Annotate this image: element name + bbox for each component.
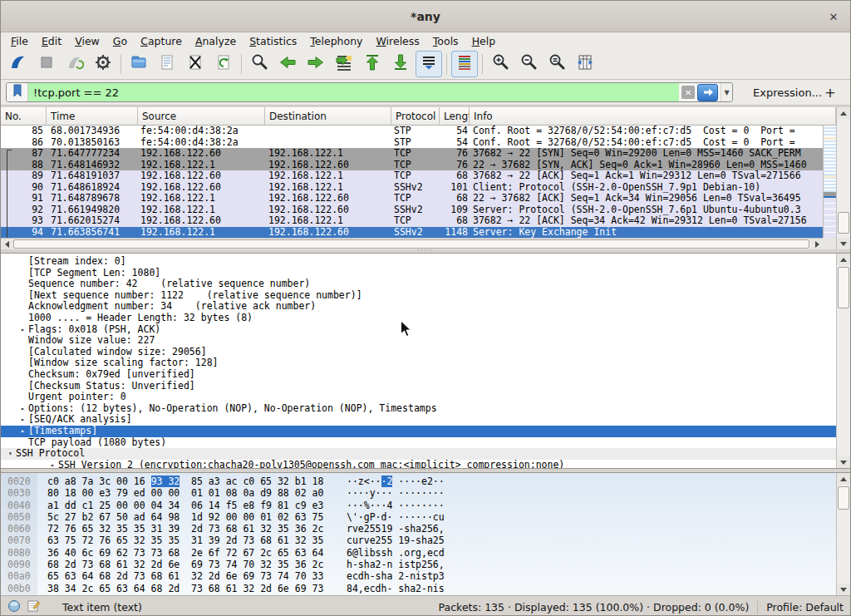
hex-row[interactable]: 003080 18 00 e3 79 ed 00 00 01 01 08 0a …: [1, 487, 836, 499]
hex-row[interactable]: 00b038 34 2c 65 63 64 68 2d 73 68 61 32 …: [1, 583, 836, 594]
capture-options-button[interactable]: [90, 51, 116, 77]
detail-row-flags[interactable]: ▸Flags: 0x018 (PSH, ACK): [1, 324, 836, 336]
find-packet-button[interactable]: [246, 51, 273, 77]
detail-row[interactable]: Window size value: 227: [1, 335, 836, 347]
close-window-button[interactable]: ✕: [825, 8, 842, 25]
menu-telephony[interactable]: Telephony: [303, 33, 369, 49]
go-back-button[interactable]: [274, 51, 301, 77]
detail-row[interactable]: [Checksum Status: Unverified]: [1, 381, 836, 392]
packet-list-hscrollbar[interactable]: [1, 238, 823, 249]
scroll-down-button[interactable]: [837, 584, 850, 595]
hex-row[interactable]: 009068 2d 73 68 61 32 2d 6e 69 73 74 70 …: [1, 559, 836, 570]
detail-row[interactable]: 1000 .... = Header Length: 32 bytes (8): [1, 313, 836, 324]
menu-help[interactable]: Help: [465, 33, 503, 49]
expander-icon[interactable]: ▸: [17, 414, 28, 426]
filter-clear-button[interactable]: ✕: [681, 86, 695, 99]
menu-statistics[interactable]: Statistics: [243, 33, 303, 49]
expression-button[interactable]: Expression...: [753, 86, 822, 99]
profile-text[interactable]: Profile: Default: [766, 601, 844, 614]
column-header-info[interactable]: Info: [470, 107, 836, 126]
expander-icon[interactable]: ▾: [5, 448, 16, 460]
packet-row-91[interactable]: 9171.648789678192.168.122.1192.168.122.6…: [1, 193, 823, 205]
detail-row-ssh-protocol[interactable]: ▾SSH Protocol: [1, 448, 836, 460]
colorize-packets-button[interactable]: [451, 51, 478, 77]
detail-row[interactable]: TCP payload (1080 bytes): [1, 437, 836, 449]
scroll-up-button[interactable]: [837, 107, 850, 119]
column-header-protocol[interactable]: Protocol: [391, 107, 440, 126]
go-last-button[interactable]: [387, 51, 414, 77]
filter-history-dropdown[interactable]: ▼: [721, 83, 732, 101]
scroll-down-button[interactable]: [837, 238, 850, 249]
start-capture-button[interactable]: [5, 51, 32, 77]
scroll-down-button[interactable]: [837, 456, 850, 468]
packet-row-86[interactable]: 8670.013850163fe:54:00:d4:38:2aSTP54Conf…: [1, 137, 823, 149]
packet-row-89[interactable]: 8971.648191037192.168.122.60192.168.122.…: [1, 170, 823, 182]
go-first-button[interactable]: [359, 51, 386, 77]
scrollbar-thumb[interactable]: [13, 239, 809, 249]
packet-row-90[interactable]: 9071.648618924192.168.122.60192.168.122.…: [1, 182, 823, 194]
expert-info-button[interactable]: [7, 599, 21, 615]
detail-row[interactable]: Urgent pointer: 0: [1, 392, 836, 403]
hex-row[interactable]: 008036 40 6c 69 62 73 73 68 2e 6f 72 67 …: [1, 547, 836, 559]
scrollbar-thumb[interactable]: [838, 267, 849, 308]
detail-row[interactable]: Checksum: 0x79ed [unverified]: [1, 369, 836, 381]
display-filter-input[interactable]: !tcp.port == 22: [28, 83, 679, 101]
detail-row-options[interactable]: ▸Options: (12 bytes), No-Operation (NOP)…: [1, 403, 836, 415]
go-to-packet-button[interactable]: [331, 51, 357, 77]
menu-view[interactable]: View: [68, 33, 106, 49]
menu-analyze[interactable]: Analyze: [189, 33, 243, 49]
detail-row[interactable]: [Window size scaling factor: 128]: [1, 357, 836, 369]
column-header-no[interactable]: No.: [1, 107, 47, 126]
auto-scroll-button[interactable]: [416, 51, 442, 77]
packet-list-vscrollbar[interactable]: [836, 107, 850, 249]
scroll-left-button[interactable]: [1, 239, 12, 249]
zoom-out-button[interactable]: [515, 51, 542, 77]
scrollbar-thumb[interactable]: [838, 486, 849, 510]
go-forward-button[interactable]: [303, 51, 329, 77]
hex-row[interactable]: 006072 76 65 32 35 35 31 39 2d 73 68 61 …: [1, 523, 836, 535]
hex-vscrollbar[interactable]: [836, 473, 850, 595]
close-file-button[interactable]: [182, 51, 209, 77]
detail-row[interactable]: [Next sequence number: 1122 (relative se…: [1, 290, 836, 302]
column-header-length[interactable]: Length: [440, 107, 470, 126]
menu-capture[interactable]: Capture: [134, 33, 189, 49]
detail-vscrollbar[interactable]: [836, 254, 850, 468]
column-header-source[interactable]: Source: [138, 107, 265, 126]
packet-row-85[interactable]: 8568.001734936fe:54:00:d4:38:2aSTP54Conf…: [1, 126, 823, 137]
stop-capture-button[interactable]: [33, 51, 60, 77]
detail-row[interactable]: [TCP Segment Len: 1080]: [1, 268, 836, 279]
scroll-up-button[interactable]: [837, 254, 850, 265]
menu-go[interactable]: Go: [106, 33, 134, 49]
packet-row-93[interactable]: 9371.662015274192.168.122.60192.168.122.…: [1, 215, 823, 227]
reload-file-button[interactable]: [210, 51, 237, 77]
menu-edit[interactable]: Edit: [35, 33, 68, 49]
detail-row[interactable]: [Calculated window size: 29056]: [1, 347, 836, 358]
menu-wireless[interactable]: Wireless: [370, 33, 426, 49]
add-filter-button[interactable]: +: [822, 85, 839, 101]
detail-row-seq-ack[interactable]: ▸[SEQ/ACK analysis]: [1, 414, 836, 426]
detail-row[interactable]: [Stream index: 0]: [1, 256, 836, 268]
zoom-in-button[interactable]: [487, 51, 514, 77]
open-file-button[interactable]: [125, 51, 152, 77]
title-bar[interactable]: *any ✕: [1, 1, 850, 32]
scroll-right-button[interactable]: [811, 239, 823, 249]
restart-capture-button[interactable]: [61, 51, 88, 77]
resize-columns-button[interactable]: [572, 51, 598, 77]
packet-list-minimap[interactable]: [823, 126, 836, 238]
menu-tools[interactable]: Tools: [426, 33, 465, 49]
expander-icon[interactable]: ▸: [17, 426, 28, 437]
save-file-button[interactable]: [154, 51, 180, 77]
hex-row[interactable]: 00a065 63 64 68 2d 73 68 61 32 2d 6e 69 …: [1, 570, 836, 582]
scroll-up-button[interactable]: [837, 473, 850, 485]
detail-row-timestamps-selected[interactable]: ▸[Timestamps]: [1, 426, 836, 437]
menu-file[interactable]: File: [4, 33, 35, 49]
expander-icon[interactable]: ▸: [17, 403, 28, 415]
packet-row-92[interactable]: 9271.661949820192.168.122.1192.168.122.6…: [1, 205, 823, 216]
column-header-destination[interactable]: Destination: [265, 107, 391, 126]
hex-row[interactable]: 00505c 27 b2 67 50 ad 64 98 1d 92 00 00 …: [1, 511, 836, 523]
expander-icon[interactable]: ▸: [17, 324, 28, 336]
hex-row[interactable]: 0040a1 dd c1 25 00 00 04 34 06 14 f5 e8 …: [1, 500, 836, 511]
column-header-time[interactable]: Time: [47, 107, 138, 126]
packet-row-88[interactable]: 8871.648146932192.168.122.1192.168.122.6…: [1, 160, 823, 171]
detail-row[interactable]: Sequence number: 42 (relative sequence n…: [1, 278, 836, 290]
